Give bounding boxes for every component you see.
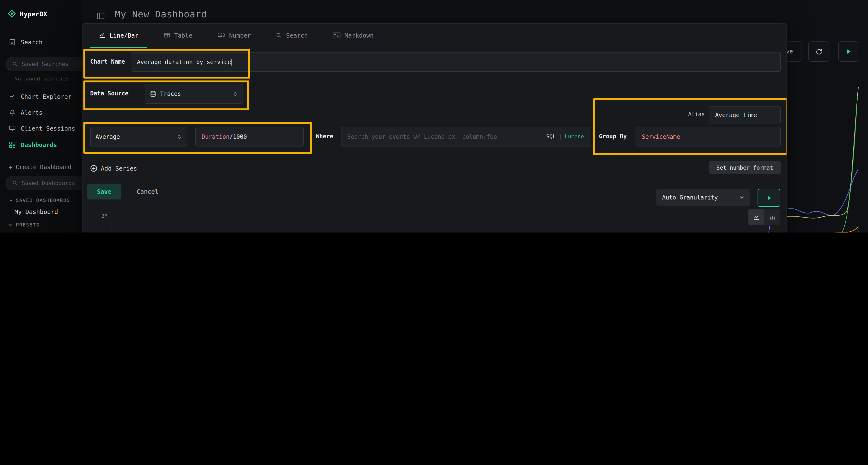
tab-table[interactable]: Table [155, 24, 201, 48]
where-search-input[interactable]: Search your events w/ Lucene ex. column:… [341, 127, 590, 146]
line-chart-icon [753, 214, 760, 221]
sidebar-item-label: Dashboards [21, 141, 57, 148]
bell-icon [9, 109, 16, 116]
background-chart-fragment [786, 67, 868, 232]
y-axis-label: 2M [84, 213, 107, 219]
tab-label: Markdown [345, 32, 373, 39]
sidebar-item-label: Alerts [21, 109, 42, 116]
presets-section-toggle[interactable]: PRESETS [9, 222, 39, 227]
sidebar-item-label: Chart Explorer [21, 93, 72, 100]
markdown-icon [333, 32, 341, 38]
select-chevrons-icon [177, 133, 182, 140]
tab-search[interactable]: Search [268, 24, 317, 48]
cancel-button[interactable]: Cancel [131, 184, 164, 199]
alias-value: Average Time [715, 112, 757, 119]
sidebar-toggle-icon[interactable] [96, 11, 105, 20]
chart-area[interactable] [112, 217, 770, 232]
dashboards-grid-icon [9, 141, 16, 148]
field-expression-token: /1000 [229, 133, 247, 140]
magnifier-icon [12, 61, 18, 67]
refresh-icon [815, 48, 823, 55]
mode-divider: | [559, 133, 562, 140]
monitor-icon [9, 125, 16, 132]
sidebar-item-search[interactable]: Search [9, 36, 42, 48]
sql-mode-toggle[interactable]: SQL [546, 133, 556, 140]
section-label: SAVED DASHBOARDS [16, 198, 70, 203]
line-view-button[interactable] [748, 209, 764, 225]
granularity-select[interactable]: Auto Granularity [656, 189, 750, 206]
create-dashboard-button[interactable]: + Create Dashboard [9, 161, 71, 173]
refresh-button[interactable] [808, 41, 830, 62]
tab-label: Search [286, 32, 308, 39]
play-icon [766, 195, 772, 201]
chart-explorer-icon [9, 93, 16, 100]
field-column-token: Duration [202, 133, 229, 140]
add-series-button[interactable]: Add Series [90, 161, 137, 175]
table-icon [163, 32, 170, 38]
where-label: Where [316, 133, 333, 140]
granularity-value: Auto Granularity [662, 194, 718, 201]
sidebar-item-label: Search [21, 38, 42, 45]
group-by-value: ServiceName [642, 133, 680, 140]
set-number-format-button[interactable]: Set number format [709, 161, 781, 174]
sidebar-item-my-dashboard[interactable]: My Dashboard [14, 208, 58, 215]
run-chart-button[interactable] [757, 189, 780, 207]
aggregation-value: Average [95, 133, 120, 140]
tab-markdown[interactable]: Markdown [324, 24, 382, 48]
sidebar-item-dashboards[interactable]: Dashboards [9, 138, 57, 151]
search-nav-icon [9, 38, 16, 45]
page-title: My New Dashboard [115, 9, 207, 19]
line-chart-icon [99, 32, 105, 38]
set-number-format-label: Set number format [716, 164, 773, 171]
field-input[interactable]: Duration/1000 [195, 127, 304, 146]
saved-searches-placeholder: Saved Searches [22, 61, 68, 67]
sidebar-item-client-sessions[interactable]: Client Sessions [9, 122, 75, 134]
cancel-label: Cancel [137, 188, 158, 195]
save-chart-button[interactable]: Save [87, 184, 121, 199]
chevron-down-icon [9, 223, 13, 227]
saved-dashboards-section-toggle[interactable]: SAVED DASHBOARDS [9, 198, 70, 203]
add-series-label: Add Series [101, 165, 137, 172]
aggregation-select[interactable]: Average [90, 127, 187, 146]
group-by-input[interactable]: ServiceName [636, 127, 781, 146]
saved-dashboards-placeholder: Saved Dashboards [22, 180, 75, 187]
data-source-select[interactable]: Traces [145, 84, 243, 104]
run-query-button[interactable] [838, 41, 859, 62]
bar-view-button[interactable] [764, 209, 780, 225]
tab-line-bar[interactable]: Line/Bar [90, 24, 147, 48]
tab-label: Line/Bar [110, 32, 138, 39]
where-placeholder: Search your events w/ Lucene ex. column:… [347, 133, 497, 140]
save-label: Save [97, 188, 112, 195]
data-source-value: Traces [160, 90, 181, 97]
circle-plus-icon [90, 165, 97, 172]
tab-label: Number [229, 32, 251, 39]
tab-label: Table [174, 32, 192, 39]
magnifier-icon [12, 180, 18, 186]
chart-view-toggle [748, 209, 780, 225]
section-label: PRESETS [16, 222, 39, 227]
sidebar: HyperDX Search Saved Searches No saved s… [0, 0, 82, 232]
sidebar-item-alerts[interactable]: Alerts [9, 106, 42, 119]
chart-type-tabs: Line/Bar Table 123 Number Search [83, 24, 786, 48]
sidebar-item-chart-explorer[interactable]: Chart Explorer [9, 90, 72, 103]
chevron-down-icon [9, 198, 13, 202]
group-by-label: Group By [599, 133, 627, 140]
data-source-label: Data Source [90, 90, 128, 97]
hyperdx-logo-icon [8, 10, 16, 18]
chart-name-label: Chart Name [90, 58, 125, 65]
text-cursor [231, 59, 232, 65]
create-dashboard-label: + Create Dashboard [9, 164, 71, 171]
sidebar-item-label: Client Sessions [21, 125, 75, 132]
chart-name-input[interactable]: Average duration by service [131, 52, 781, 72]
brand[interactable]: HyperDX [8, 10, 47, 18]
play-icon [846, 49, 851, 55]
alias-input[interactable]: Average Time [709, 106, 781, 124]
bar-chart-icon [769, 214, 776, 221]
tab-number[interactable]: 123 Number [209, 24, 260, 48]
chevron-down-icon [739, 195, 745, 200]
search-icon [276, 32, 282, 38]
select-chevrons-icon [233, 90, 238, 97]
brand-name: HyperDX [20, 10, 47, 18]
app-root: HyperDX Search Saved Searches No saved s… [0, 0, 868, 232]
lucene-mode-toggle[interactable]: Lucene [565, 133, 584, 140]
